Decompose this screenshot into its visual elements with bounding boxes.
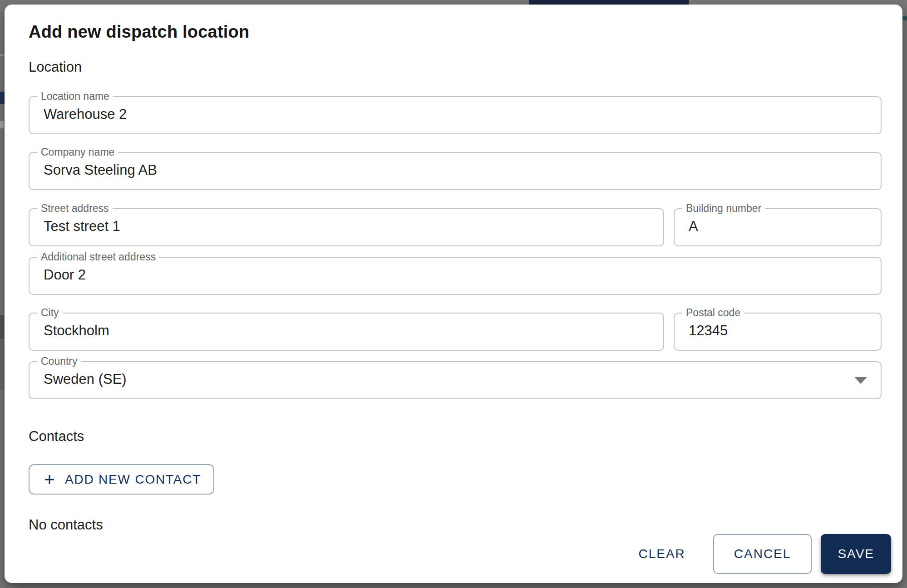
dialog-title: Add new dispatch location <box>29 21 882 43</box>
location-name-label: Location name <box>37 90 113 102</box>
page-remnant-left-light-text <box>0 121 4 128</box>
additional-street-address-label: Additional street address <box>37 251 159 263</box>
city-label: City <box>37 307 63 318</box>
dialog-actions: CLEAR CANCEL SAVE <box>29 534 891 574</box>
page-remnant-left-dark-block <box>0 315 4 339</box>
company-name-input[interactable] <box>29 152 882 190</box>
cancel-button[interactable]: CANCEL <box>713 534 812 574</box>
location-name-input[interactable] <box>29 96 882 134</box>
save-button[interactable]: SAVE <box>821 534 891 574</box>
country-select[interactable]: Country <box>29 361 882 407</box>
company-name-label: Company name <box>37 146 118 158</box>
street-address-field: Street address <box>29 208 664 246</box>
add-new-contact-label: ADD NEW CONTACT <box>65 472 201 487</box>
postal-code-field: Postal code <box>674 313 882 351</box>
street-address-label: Street address <box>37 202 113 214</box>
page-remnant-left-divider <box>0 54 5 56</box>
plus-icon <box>42 472 57 487</box>
additional-street-address-field: Additional street address <box>29 257 882 302</box>
city-input[interactable] <box>29 313 664 351</box>
page-remnant-teal-chip <box>902 16 907 20</box>
page-remnant-top-navbar <box>529 0 689 5</box>
add-dispatch-location-dialog: Add new dispatch location Location Locat… <box>5 5 902 583</box>
country-select-value[interactable] <box>29 361 882 399</box>
company-name-field: Company name <box>29 152 882 197</box>
country-label: Country <box>37 355 81 367</box>
section-heading-contacts: Contacts <box>29 427 882 446</box>
city-field: City <box>29 313 664 351</box>
no-contacts-text: No contacts <box>29 516 882 534</box>
building-number-label: Building number <box>682 202 765 214</box>
building-number-field: Building number <box>674 208 882 246</box>
location-name-field: Location name <box>29 96 882 142</box>
street-address-input[interactable] <box>29 208 664 246</box>
page-remnant-left-mid-block <box>0 339 4 390</box>
add-new-contact-button[interactable]: ADD NEW CONTACT <box>29 464 214 495</box>
clear-button[interactable]: CLEAR <box>627 534 696 574</box>
screen: Add new dispatch location Location Locat… <box>0 0 907 588</box>
section-heading-location: Location <box>29 58 882 76</box>
postal-code-label: Postal code <box>682 307 744 318</box>
page-remnant-left-navy-text <box>0 92 5 104</box>
